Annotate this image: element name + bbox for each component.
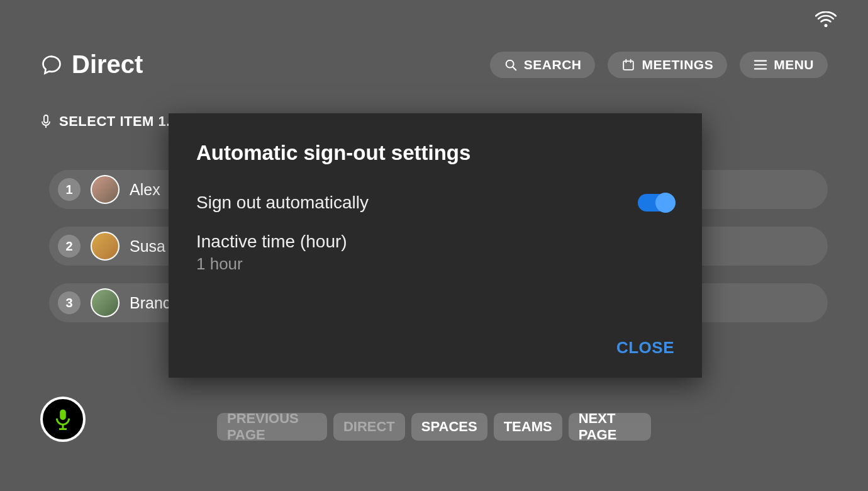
meetings-button[interactable]: MEETINGS [608,52,727,78]
list-item-label: Branc [130,294,170,312]
footer-nav: PREVIOUS PAGE DIRECT SPACES TEAMS NEXT P… [217,413,651,441]
header: Direct SEARCH MEETINGS [40,50,828,79]
svg-rect-2 [624,61,634,70]
spaces-tab-button[interactable]: SPACES [411,413,487,441]
next-label: NEXT PAGE [579,410,641,443]
svg-rect-8 [44,115,48,123]
status-bar [815,11,837,28]
menu-icon [754,59,767,71]
voice-hint-text: SELECT ITEM 1.. [59,113,175,130]
wifi-icon [815,11,837,28]
list-index-badge: 1 [58,178,81,201]
voice-mic-button[interactable] [40,397,86,442]
calendar-icon [621,58,635,72]
list-index-badge: 2 [58,235,81,257]
close-button[interactable]: CLOSE [616,338,674,358]
prev-label: PREVIOUS PAGE [227,410,317,443]
search-label: SEARCH [524,57,582,72]
auto-signout-settings-dialog: Automatic sign-out settings Sign out aut… [169,113,702,378]
list-item-label: Susa [130,237,165,256]
avatar [91,232,120,261]
spaces-label: SPACES [421,419,477,435]
previous-page-button[interactable]: PREVIOUS PAGE [217,413,327,441]
toggle-knob [655,193,676,213]
dialog-actions: CLOSE [196,338,674,358]
mic-icon [53,408,72,431]
header-actions: SEARCH MEETINGS MENU [490,52,828,78]
list-item-label: Alex [130,181,160,199]
list-index-badge: 3 [58,291,81,314]
direct-tab-button[interactable]: DIRECT [333,413,405,441]
next-page-button[interactable]: NEXT PAGE [569,413,651,441]
meetings-label: MEETINGS [642,57,713,72]
signout-toggle[interactable] [638,194,674,212]
mic-small-icon [40,114,52,129]
menu-button[interactable]: MENU [740,52,828,78]
close-label: CLOSE [616,338,674,357]
dialog-title: Automatic sign-out settings [196,141,674,165]
svg-rect-10 [60,409,66,420]
signout-toggle-row[interactable]: Sign out automatically [196,193,674,213]
svg-line-1 [513,67,516,70]
avatar [91,288,120,317]
avatar [91,175,120,204]
inactive-time-row[interactable]: Inactive time (hour) 1 hour [196,232,674,274]
search-icon [504,58,518,72]
page-title: Direct [72,50,143,79]
chat-bubble-icon [40,54,63,76]
direct-label: DIRECT [343,419,395,435]
signout-toggle-label: Sign out automatically [196,193,369,213]
teams-tab-button[interactable]: TEAMS [494,413,562,441]
inactive-time-label: Inactive time (hour) [196,232,674,252]
inactive-time-value: 1 hour [196,254,674,274]
voice-select-hint: SELECT ITEM 1.. [40,113,175,130]
menu-label: MENU [774,57,814,72]
teams-label: TEAMS [504,419,552,435]
search-button[interactable]: SEARCH [490,52,596,78]
header-title-wrap: Direct [40,50,143,79]
